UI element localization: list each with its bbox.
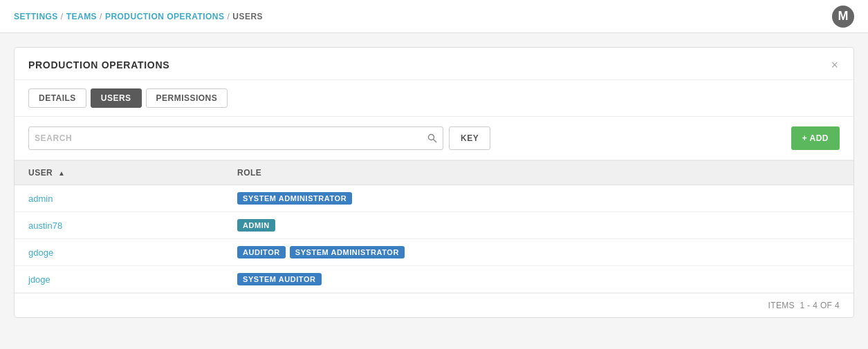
tab-details[interactable]: DETAILS (28, 88, 86, 108)
role-badge: SYSTEM ADMINISTRATOR (290, 246, 405, 258)
breadcrumb-sep-2: / (100, 12, 102, 21)
panel-title: PRODUCTION OPERATIONS (28, 59, 169, 70)
user-cell: admin (15, 185, 223, 212)
panel-footer: ITEMS 1 - 4 OF 4 (15, 293, 853, 317)
breadcrumb-users: USERS (232, 12, 263, 21)
col-role: ROLE (223, 161, 853, 185)
table-row: admin SYSTEM ADMINISTRATOR (15, 185, 853, 212)
tab-permissions[interactable]: PERMISSIONS (146, 88, 228, 108)
table-header-row: USER ▲ ROLE (15, 161, 853, 185)
table-header: USER ▲ ROLE (15, 161, 853, 185)
search-bar: KEY + ADD (15, 117, 853, 160)
role-cell: ADMIN (223, 212, 853, 239)
breadcrumb-settings[interactable]: SETTINGS (14, 12, 58, 21)
table-row: jdoge SYSTEM AUDITOR (15, 266, 853, 293)
close-button[interactable]: × (829, 59, 840, 71)
add-button[interactable]: + ADD (791, 126, 840, 150)
sort-arrow-user: ▲ (58, 169, 65, 177)
breadcrumb-production-operations[interactable]: PRODUCTION OPERATIONS (105, 12, 225, 21)
user-cell: gdoge (15, 239, 223, 266)
user-link-austin78[interactable]: austin78 (28, 220, 62, 231)
user-link-jdoge[interactable]: jdoge (28, 274, 50, 285)
search-icon (427, 133, 437, 143)
svg-line-1 (434, 140, 436, 142)
tabs-bar: DETAILS USERS PERMISSIONS (15, 80, 853, 117)
tab-users[interactable]: USERS (91, 88, 142, 108)
items-range: 1 - 4 OF 4 (800, 301, 840, 310)
breadcrumb: SETTINGS / TEAMS / PRODUCTION OPERATIONS… (14, 12, 263, 21)
items-label: ITEMS (768, 301, 797, 310)
table-row: gdoge AUDITOR SYSTEM ADMINISTRATOR (15, 239, 853, 266)
search-input-wrapper (28, 126, 443, 150)
panel: PRODUCTION OPERATIONS × DETAILS USERS PE… (14, 47, 854, 318)
key-button[interactable]: KEY (449, 126, 490, 150)
role-cell: SYSTEM ADMINISTRATOR (223, 185, 853, 212)
user-link-admin[interactable]: admin (28, 194, 53, 204)
main-content: PRODUCTION OPERATIONS × DETAILS USERS PE… (0, 33, 868, 332)
user-cell: austin78 (15, 212, 223, 239)
table-row: austin78 ADMIN (15, 212, 853, 239)
role-badge: AUDITOR (237, 246, 286, 258)
role-badge: SYSTEM ADMINISTRATOR (237, 192, 352, 205)
role-badges: SYSTEM AUDITOR (237, 273, 840, 285)
panel-header: PRODUCTION OPERATIONS × (15, 48, 853, 80)
table-body: admin SYSTEM ADMINISTRATOR austin78 (15, 185, 853, 293)
breadcrumb-sep-1: / (61, 12, 64, 21)
brand-logo: M (832, 6, 854, 28)
data-table: USER ▲ ROLE admin SYSTEM ADMINISTRATOR (15, 160, 853, 293)
search-input[interactable] (35, 133, 427, 143)
brand-icon: M (838, 9, 849, 23)
role-badges: SYSTEM ADMINISTRATOR (237, 192, 840, 205)
role-cell: SYSTEM AUDITOR (223, 266, 853, 293)
role-badges: ADMIN (237, 219, 840, 232)
user-cell: jdoge (15, 266, 223, 293)
top-bar: SETTINGS / TEAMS / PRODUCTION OPERATIONS… (0, 0, 868, 33)
user-link-gdoge[interactable]: gdoge (28, 247, 53, 258)
breadcrumb-teams[interactable]: TEAMS (66, 12, 97, 21)
breadcrumb-sep-3: / (227, 12, 230, 21)
col-user[interactable]: USER ▲ (15, 161, 223, 185)
role-badge: ADMIN (237, 219, 275, 232)
role-badges: AUDITOR SYSTEM ADMINISTRATOR (237, 246, 840, 258)
role-cell: AUDITOR SYSTEM ADMINISTRATOR (223, 239, 853, 266)
role-badge: SYSTEM AUDITOR (237, 273, 322, 285)
search-button[interactable] (427, 133, 437, 143)
